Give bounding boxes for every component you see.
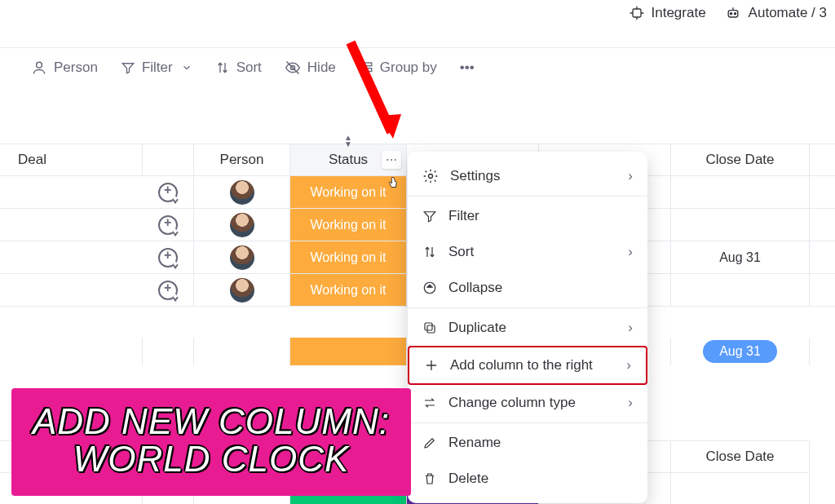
avatar[interactable] bbox=[230, 180, 254, 205]
header-deal[interactable]: Deal bbox=[0, 144, 143, 175]
status-label: Working on it bbox=[290, 241, 406, 273]
cell-person[interactable] bbox=[194, 274, 290, 306]
gear-icon bbox=[422, 168, 439, 184]
cell-status[interactable]: Working on it bbox=[290, 274, 407, 306]
chevron-right-icon: › bbox=[628, 395, 633, 411]
menu-sort[interactable]: Sort › bbox=[408, 234, 647, 270]
group2-close-date-label: Close Date bbox=[705, 449, 774, 465]
chevron-right-icon: › bbox=[628, 168, 633, 184]
menu-change-type[interactable]: Change column type › bbox=[408, 385, 647, 421]
filter-button[interactable]: Filter bbox=[121, 60, 192, 76]
menu-duplicate[interactable]: Duplicate › bbox=[408, 310, 647, 346]
menu-collapse[interactable]: Collapse bbox=[408, 270, 647, 306]
robot-icon bbox=[724, 5, 742, 21]
automate-label: Automate / 3 bbox=[749, 5, 827, 21]
menu-filter-label: Filter bbox=[448, 208, 479, 224]
chevron-right-icon: › bbox=[628, 320, 633, 336]
svg-point-3 bbox=[734, 13, 736, 15]
integrate-button[interactable]: Integrate bbox=[629, 5, 706, 21]
filter-icon bbox=[422, 209, 437, 223]
summary-close-date-label: Aug 31 bbox=[703, 340, 777, 363]
menu-change-type-label: Change column type bbox=[448, 395, 576, 411]
toolbar: Person Filter Sort Hide Group by ••• bbox=[0, 47, 835, 86]
menu-rename-label: Rename bbox=[448, 435, 501, 451]
cell-updates[interactable] bbox=[143, 176, 194, 208]
person-filter[interactable]: Person bbox=[31, 60, 98, 76]
cell-close-date[interactable] bbox=[671, 209, 810, 241]
person-label: Person bbox=[54, 60, 98, 76]
automate-button[interactable]: Automate / 3 bbox=[724, 5, 827, 21]
menu-settings[interactable]: Settings › bbox=[408, 158, 647, 194]
add-update-icon[interactable] bbox=[158, 281, 178, 300]
cell-person[interactable] bbox=[194, 176, 290, 208]
more-button[interactable]: ••• bbox=[460, 60, 475, 76]
duplicate-icon bbox=[422, 321, 437, 335]
change-type-icon bbox=[422, 396, 437, 410]
menu-sort-label: Sort bbox=[448, 244, 474, 260]
header-deal-label: Deal bbox=[18, 152, 46, 168]
avatar[interactable] bbox=[230, 245, 254, 270]
caption-box: ADD NEW COLUMN: WORLD CLOCK bbox=[11, 388, 411, 496]
svg-rect-10 bbox=[427, 325, 435, 333]
pencil-icon bbox=[422, 435, 437, 450]
sort-icon bbox=[215, 60, 230, 75]
close-date-label: Aug 31 bbox=[719, 250, 761, 265]
integrate-icon bbox=[629, 5, 645, 21]
caption-line2: WORLD CLOCK bbox=[33, 440, 390, 478]
filter-label: Filter bbox=[142, 60, 173, 76]
more-icon: ••• bbox=[460, 60, 475, 76]
cell-close-date[interactable] bbox=[671, 274, 810, 306]
cell-updates[interactable] bbox=[143, 274, 194, 306]
header-person-label: Person bbox=[220, 152, 264, 168]
hide-label: Hide bbox=[307, 60, 336, 76]
cell-updates[interactable] bbox=[143, 241, 194, 273]
caption-line1: ADD NEW COLUMN: bbox=[33, 403, 390, 440]
header-person[interactable]: Person bbox=[194, 144, 290, 175]
cell-close-date[interactable] bbox=[671, 176, 810, 208]
cell-person[interactable] bbox=[194, 241, 290, 273]
topbar: Integrate Automate / 3 bbox=[629, 5, 836, 21]
hide-button[interactable]: Hide bbox=[285, 60, 336, 76]
menu-rename[interactable]: Rename bbox=[408, 425, 647, 461]
add-update-icon[interactable] bbox=[158, 183, 178, 202]
header-close-date-label: Close Date bbox=[705, 152, 774, 168]
cell-status[interactable]: Working on it bbox=[290, 241, 407, 273]
menu-duplicate-label: Duplicate bbox=[448, 320, 506, 336]
chevron-right-icon: › bbox=[626, 357, 631, 374]
svg-point-2 bbox=[730, 13, 731, 15]
trash-icon bbox=[422, 471, 437, 486]
hide-icon bbox=[285, 60, 301, 76]
cursor-icon bbox=[385, 175, 400, 195]
summary-status bbox=[290, 338, 407, 365]
add-update-icon[interactable] bbox=[158, 215, 178, 235]
collapse-icon bbox=[422, 281, 437, 295]
integrate-label: Integrate bbox=[652, 5, 706, 21]
menu-add-column-right[interactable]: Add column to the right › bbox=[408, 346, 647, 385]
column-menu: Settings › Filter Sort › Collapse Duplic… bbox=[408, 152, 647, 503]
sort-button[interactable]: Sort bbox=[215, 60, 262, 76]
add-update-icon[interactable] bbox=[158, 248, 178, 267]
menu-collapse-label: Collapse bbox=[448, 280, 502, 296]
header-updates[interactable] bbox=[143, 144, 194, 175]
cell-person[interactable] bbox=[194, 209, 290, 241]
avatar[interactable] bbox=[230, 278, 254, 303]
svg-point-4 bbox=[37, 62, 42, 68]
annotation-arrow bbox=[334, 34, 408, 160]
status-label: Working on it bbox=[290, 274, 406, 306]
menu-delete[interactable]: Delete bbox=[408, 461, 647, 497]
person-icon bbox=[31, 60, 47, 76]
menu-filter[interactable]: Filter bbox=[408, 198, 647, 234]
group2-close-date-header[interactable]: Close Date bbox=[671, 441, 810, 472]
menu-delete-label: Delete bbox=[448, 471, 488, 487]
cell-status[interactable]: Working on it bbox=[290, 209, 407, 241]
filter-icon bbox=[121, 60, 135, 75]
avatar[interactable] bbox=[230, 213, 254, 237]
summary-close-date: Aug 31 bbox=[671, 338, 810, 365]
menu-separator bbox=[408, 422, 647, 423]
cell-updates[interactable] bbox=[143, 209, 194, 241]
sort-label: Sort bbox=[236, 60, 262, 76]
cell-close-date[interactable]: Aug 31 bbox=[671, 241, 810, 273]
header-close-date[interactable]: Close Date bbox=[671, 144, 810, 175]
menu-separator bbox=[408, 307, 647, 308]
svg-point-8 bbox=[429, 175, 433, 179]
